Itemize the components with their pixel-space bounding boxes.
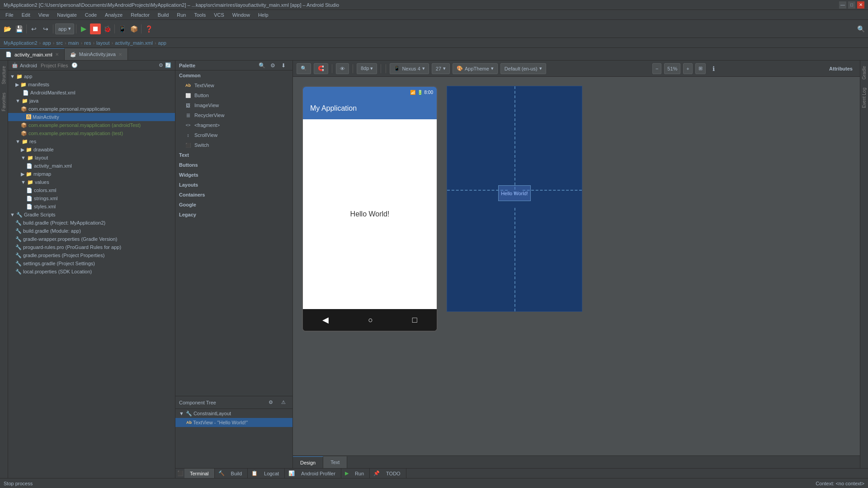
menu-item-edit[interactable]: Edit: [18, 11, 34, 19]
tree-item-styles-xml[interactable]: 📄 styles.xml: [8, 202, 175, 211]
tree-item-androidmanifest[interactable]: 📄 AndroidManifest.xml: [8, 89, 175, 97]
toolbar-back-btn[interactable]: ↩: [28, 23, 39, 34]
menu-item-tools[interactable]: Tools: [190, 11, 209, 19]
search-everywhere-btn[interactable]: 🔍: [855, 23, 866, 34]
menu-item-vcs[interactable]: VCS: [210, 11, 228, 19]
tab-main-activity[interactable]: ☕ MainActivity.java ✕: [65, 48, 128, 60]
component-tree-settings-btn[interactable]: ⚙: [265, 397, 276, 408]
menu-item-analyze[interactable]: Analyze: [101, 11, 126, 19]
tree-item-package-test[interactable]: 📦 com.example.personal.myapplication (te…: [8, 129, 175, 137]
menu-item-refactor[interactable]: Refactor: [127, 11, 153, 19]
tree-item-build-gradle-app[interactable]: 🔧 build.gradle (Module: app): [8, 227, 175, 235]
tree-item-values[interactable]: ▼ 📁 values: [8, 178, 175, 186]
palette-item-switch[interactable]: ⬛ Switch: [175, 140, 292, 150]
palette-item-fragment[interactable]: <> <fragment>: [175, 120, 292, 130]
palette-sort-btn[interactable]: ⚙: [267, 61, 278, 71]
palette-category-layouts[interactable]: Layouts: [175, 180, 292, 190]
canvas-search-btn[interactable]: 🔍: [297, 63, 311, 74]
palette-category-common[interactable]: Common: [175, 70, 292, 80]
api-dropdown[interactable]: 27 ▾: [432, 63, 450, 74]
canvas-magnet-btn[interactable]: 🧲: [314, 63, 328, 74]
menu-item-file[interactable]: File: [2, 11, 17, 19]
tree-item-mipmap[interactable]: ▶ 📁 mipmap: [8, 170, 175, 178]
tree-item-java[interactable]: ▼ 📁 java: [8, 97, 175, 105]
tree-item-local-properties[interactable]: 🔧 local.properties (SDK Location): [8, 267, 175, 276]
nav-recent-btn[interactable]: □: [412, 315, 417, 325]
minimize-button[interactable]: —: [839, 1, 846, 9]
tree-item-app[interactable]: ▼ 📁 app: [8, 72, 175, 80]
design-tab-text[interactable]: Text: [323, 456, 347, 468]
nav-project[interactable]: MyApplication2: [4, 40, 38, 46]
palette-category-containers[interactable]: Containers: [175, 190, 292, 200]
canvas-dp-btn[interactable]: 8dp ▾: [357, 63, 377, 74]
design-tab-design[interactable]: Design: [293, 456, 323, 468]
zoom-out-btn[interactable]: −: [652, 63, 661, 74]
phone-content[interactable]: Hello World!: [303, 119, 437, 309]
palette-download-btn[interactable]: ⬇: [278, 61, 289, 71]
blueprint-widget[interactable]: Hello World!: [498, 185, 531, 201]
tree-item-build-gradle-project[interactable]: 🔧 build.gradle (Project: MyApplication2): [8, 219, 175, 227]
nav-main[interactable]: main: [68, 40, 79, 46]
tree-item-package-androidtest[interactable]: 📦 com.example.personal.myapplication (an…: [8, 121, 175, 129]
nav-src[interactable]: src: [56, 40, 63, 46]
toolbar-save-btn[interactable]: 💾: [14, 23, 24, 34]
run-button[interactable]: ▶: [78, 23, 89, 34]
menu-item-window[interactable]: Window: [229, 11, 254, 19]
palette-item-imageview[interactable]: 🖼 ImageView: [175, 100, 292, 110]
tree-item-colors-xml[interactable]: 📄 colors.xml: [8, 186, 175, 194]
comp-tree-constraint-layout[interactable]: ▼ 🔧 ConstraintLayout: [175, 409, 292, 418]
nav-res[interactable]: res: [84, 40, 91, 46]
menu-item-build[interactable]: Build: [154, 11, 172, 19]
comp-tree-textview[interactable]: Ab TextView - "Hello World!": [175, 418, 292, 427]
structure-strip[interactable]: Structure: [0, 62, 7, 88]
palette-item-textview[interactable]: Ab TextView: [175, 80, 292, 90]
stop-button[interactable]: ⏹: [90, 23, 101, 34]
locale-dropdown[interactable]: Default (en-us) ▾: [500, 63, 546, 74]
palette-item-scrollview[interactable]: ↕ ScrollView: [175, 130, 292, 140]
bottom-tab-todo[interactable]: TODO: [381, 469, 406, 479]
canvas-content[interactable]: 📶 🔋 8:00 My Application Hello World!: [293, 77, 860, 455]
avd-button[interactable]: 📱: [117, 23, 127, 34]
palette-category-legacy[interactable]: Legacy: [175, 210, 292, 220]
component-tree-warning-btn[interactable]: ⚠: [278, 397, 289, 408]
bottom-tab-run[interactable]: Run: [349, 469, 370, 479]
palette-category-text[interactable]: Text: [175, 150, 292, 160]
device-dropdown[interactable]: 📱 Nexus 4 ▾: [390, 63, 429, 74]
tab-close-activity-main[interactable]: ✕: [55, 52, 59, 57]
tree-item-res[interactable]: ▼ 📁 res: [8, 137, 175, 145]
tree-item-drawable[interactable]: ▶ 📁 drawable: [8, 145, 175, 154]
menu-item-view[interactable]: View: [35, 11, 53, 19]
menu-item-help[interactable]: Help: [255, 11, 272, 19]
bottom-tab-terminal[interactable]: Terminal: [184, 469, 215, 479]
zoom-fit-btn[interactable]: ⊞: [695, 63, 706, 74]
nav-app[interactable]: app: [42, 40, 51, 46]
palette-item-recyclerview[interactable]: ☰ RecyclerView: [175, 110, 292, 120]
tab-activity-main[interactable]: 📄 activity_main.xml ✕: [0, 48, 65, 60]
help-button[interactable]: ❓: [143, 23, 154, 34]
nav-layout[interactable]: layout: [96, 40, 109, 46]
tab-close-main-activity[interactable]: ✕: [118, 52, 122, 57]
palette-search-btn[interactable]: 🔍: [256, 61, 267, 71]
tree-item-gradle-properties[interactable]: 🔧 gradle.properties (Project Properties): [8, 251, 175, 259]
project-dropdown[interactable]: app ▾: [55, 23, 74, 34]
nav-back-btn[interactable]: ◀: [322, 315, 329, 325]
palette-category-buttons[interactable]: Buttons: [175, 160, 292, 170]
menu-item-run[interactable]: Run: [173, 11, 189, 19]
tree-item-activity-main-xml[interactable]: 📄 activity_main.xml: [8, 162, 175, 170]
bottom-tab-profiler[interactable]: Android Profiler: [296, 469, 341, 479]
toolbar-open-btn[interactable]: 📂: [2, 23, 13, 34]
nav-home-btn[interactable]: ○: [368, 315, 373, 325]
close-button[interactable]: ✕: [857, 1, 864, 9]
settings-icon[interactable]: ⚙: [159, 62, 163, 68]
tree-item-manifests[interactable]: ▶ 📁 manifests: [8, 80, 175, 89]
nav-file[interactable]: activity_main.xml: [115, 40, 153, 46]
tree-item-settings-gradle[interactable]: 🔧 settings.gradle (Project Settings): [8, 259, 175, 267]
info-btn[interactable]: ℹ: [708, 63, 719, 74]
sdk-button[interactable]: 📦: [128, 23, 139, 34]
menu-item-navigate[interactable]: Navigate: [53, 11, 80, 19]
tree-item-strings-xml[interactable]: 📄 strings.xml: [8, 194, 175, 202]
tree-item-gradle-scripts[interactable]: ▼ 🔧 Gradle Scripts: [8, 211, 175, 219]
menu-item-code[interactable]: Code: [81, 11, 100, 19]
tree-item-package-main[interactable]: 📦 com.example.personal.myapplication: [8, 105, 175, 113]
theme-dropdown[interactable]: 🎨 AppTheme ▾: [453, 63, 498, 74]
